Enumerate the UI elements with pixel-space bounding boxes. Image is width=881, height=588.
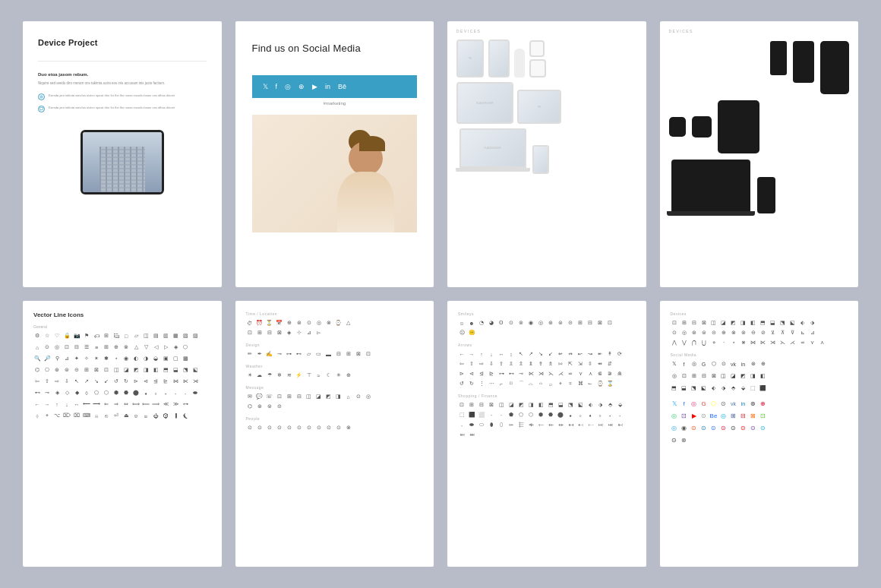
arr-2: → <box>468 350 475 358</box>
behance-icon[interactable]: Bē <box>338 83 346 90</box>
mi-w4: ↓ <box>63 400 71 408</box>
twitter-icon[interactable]: 𝕏 <box>263 83 268 90</box>
mi-t13: ◧ <box>152 366 159 374</box>
di-7: ◩ <box>730 319 737 327</box>
devices-icons-label: Devices <box>671 311 848 316</box>
facebook-icon[interactable]: f <box>276 83 278 90</box>
sm-snap: ⬡ <box>710 360 718 368</box>
person-7: ⊙ <box>305 424 313 432</box>
smileys-category: Smileys ☺ ☻ ◔ ◕ ʘ ⊙ ⊚ ◉ ◎ ⊛ ⊜ ⊝ ⊞ ⊟ ⊠ ⊡ … <box>458 311 636 337</box>
mi-w15: ≫ <box>172 400 179 408</box>
arr3-1: ⊳ <box>458 370 466 378</box>
card-4-label: DEVICES <box>669 29 850 33</box>
sm-col-git: ⊛ <box>750 400 757 407</box>
message-icon-row-2: ⌬ ⊛ ⊜ ⊝ <box>246 403 424 410</box>
mi-s16: ▩ <box>182 355 189 362</box>
pen-icon: ✒ <box>256 350 264 358</box>
mi-w9: ⇒ <box>112 400 120 408</box>
woman-body <box>337 172 394 232</box>
mi-t14: ⬒ <box>162 366 169 374</box>
di2-1: ⊙ <box>671 329 678 337</box>
person-9: ⊙ <box>325 424 333 432</box>
smiley-18: 😐 <box>468 329 475 337</box>
black-laptop-base <box>667 211 755 216</box>
arr4-7: ⌒ <box>517 380 525 387</box>
mi-r13: ◁ <box>152 343 159 351</box>
social-row-1: 𝕏 f ◎ G ⬡ ⊙ vk in ⊛ ⊕ <box>671 360 848 368</box>
design-category: Design ✏ ✒ ✍ ⊸ ⊶ ⊷ ▱ ▭ ▬ ⊟ ⊞ ⊠ ⊡ <box>246 343 424 358</box>
mi-copy: ⿻ <box>112 332 120 340</box>
di2-13: ⊽ <box>789 329 797 337</box>
shop3-3: ⬭ <box>478 421 485 428</box>
weather-11: ⊕ <box>345 371 352 379</box>
black-laptop <box>669 160 753 216</box>
smileys-row-1: ☺ ☻ ◔ ◕ ʘ ⊙ ⊚ ◉ ◎ ⊛ ⊜ ⊝ ⊞ ⊟ ⊠ ⊡ <box>458 319 636 327</box>
wind-icon: ≋ <box>286 371 293 379</box>
mi-x10: ⏏ <box>122 412 130 419</box>
sm-g: G <box>700 360 708 368</box>
icon-row-1: ⚙ ☆ ♡ 🔒 📷 ⚑ 🏷 ⊞ ⿻ □ ▱ ◫ ▤ ▥ ▦ ▧ ▨ <box>33 332 211 340</box>
card-3-label: DEVICES <box>456 29 637 33</box>
mi-v15: ⬪ <box>172 389 179 397</box>
instagram-icon[interactable]: ◎ <box>285 83 291 90</box>
mi-box: □ <box>122 332 130 340</box>
person-5: ⊙ <box>286 424 293 432</box>
time-r8: ▻ <box>315 329 323 337</box>
sm-col-e1: ⊙ <box>671 436 678 444</box>
social-icons-grid: 𝕏 f ◎ G ⬡ ⊙ vk in ⊛ ⊕ ◎ ⊡ ⊞ ⊟ ⊠ <box>671 360 848 446</box>
shop2-5: ⬞ <box>497 411 505 419</box>
design-12: ⊠ <box>355 350 362 358</box>
arr3-7: ⊸ <box>517 370 525 378</box>
card-vector-icons: Vector Line Icons General ⚙ ☆ ♡ 🔒 📷 ⚑ 🏷 … <box>23 301 222 567</box>
shop3-5: ⬯ <box>497 421 505 428</box>
arr4-9: ⌔ <box>537 380 545 387</box>
sm-col-tw: 𝕏 <box>671 400 678 407</box>
tablet-frame <box>81 130 164 194</box>
sm-col-c2: ⊡ <box>680 412 688 419</box>
di3-15: ⋎ <box>809 339 816 346</box>
youtube-icon[interactable]: ▶ <box>312 83 317 90</box>
mi-s5: ✦ <box>73 355 81 362</box>
linkedin-icon[interactable]: in <box>325 83 330 90</box>
sm-col-ig: ◎ <box>690 400 698 407</box>
mi-r11: △ <box>132 343 140 351</box>
sm-col-d9: ⊙ <box>750 424 757 432</box>
mi-star: ☆ <box>43 332 51 340</box>
sm-col-c1: ◎ <box>671 412 678 419</box>
social-media-icons-category: Social Media 𝕏 f ◎ G ⬡ ⊙ vk in ⊛ ⊕ ◎ ⊡ <box>671 352 848 446</box>
shopping-label: Shopping / Finance <box>458 394 636 398</box>
arr3-8: ⋉ <box>527 370 535 378</box>
mi-t10: ◪ <box>122 366 130 374</box>
shop-11: ⬓ <box>557 401 564 409</box>
arr4-3: ⋮ <box>478 380 485 387</box>
di3-4: ⋃ <box>700 339 708 346</box>
mi-t1: ⌬ <box>33 366 41 374</box>
mi-w1: ← <box>33 400 41 408</box>
device-icons-row-3: ⋀ ⋁ ⋂ ⋃ ⋄ ⋅ ⋆ ⋇ ⋈ ⋉ ⋊ ⋋ ⋌ ⋍ ⋎ ⋏ <box>671 339 848 346</box>
black-laptop-screen <box>671 160 750 211</box>
mi-s4: ⊿ <box>63 355 71 362</box>
shop2-11: ⬤ <box>557 411 564 419</box>
sm-col-sn: ⬡ <box>710 400 718 407</box>
sm3-10: ⬛ <box>759 384 767 392</box>
sm-col-ap: ⊙ <box>720 400 728 407</box>
mi-s2: 🔎 <box>43 355 51 362</box>
tablet-image <box>38 119 207 194</box>
pinterest-icon[interactable]: ⊕ <box>298 83 305 90</box>
di2-2: ◎ <box>680 329 688 337</box>
mi-v6: ◊ <box>83 389 90 397</box>
person-8: ⊙ <box>315 424 323 432</box>
card-1-feature-1-text: Eizmda jarn takinta sancfus eiston iquus… <box>49 93 175 98</box>
arr-3: ↑ <box>478 350 485 358</box>
mi-s1: 🔍 <box>33 355 41 362</box>
di3-9: ⋈ <box>750 339 757 346</box>
mi-r12: ▽ <box>142 343 150 351</box>
smiley-10: ⊛ <box>547 319 554 327</box>
shop3-17: ⬻ <box>616 421 624 428</box>
arr-4: ↓ <box>488 350 495 358</box>
chat-icon <box>38 106 45 112</box>
card-1-body: Niqutre sed seeds diro meram ons takimta… <box>38 81 207 86</box>
smiley-9: ◎ <box>537 319 545 327</box>
arr3-11: ⋌ <box>557 370 564 378</box>
mi-u11: ⊳ <box>132 378 140 385</box>
